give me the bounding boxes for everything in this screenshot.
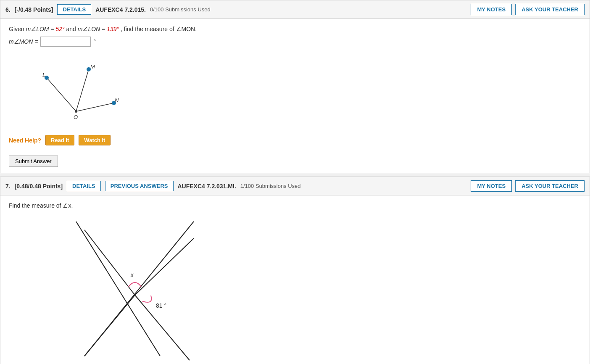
problem-7-text: Find the measure of ∠x. [9, 202, 73, 209]
question-7-number: 7. [5, 183, 11, 190]
angle-diagram-7: x 81 ° [51, 213, 219, 364]
problem-text-before: Given [9, 26, 26, 32]
question-6-submit-row: Submit Answer [0, 152, 590, 173]
svg-line-15 [135, 238, 194, 295]
question-6-submissions: 0/100 Submissions Used [150, 6, 467, 13]
question-7-header: 7. [0.48/0.48 Points] DETAILS PREVIOUS A… [0, 177, 590, 195]
question-6-submit-button[interactable]: Submit Answer [9, 156, 58, 167]
question-7-prev-answers-button[interactable]: PREVIOUS ANSWERS [105, 181, 174, 191]
svg-line-11 [76, 222, 160, 356]
question-7-details-button[interactable]: DETAILS [67, 181, 101, 191]
question-6-need-help-label: Need Help? [9, 137, 41, 144]
question-6-need-help: Need Help? Read It Watch It [9, 135, 581, 145]
question-6-diagram: L M N O [34, 53, 581, 128]
and-text: and [66, 26, 78, 32]
question-6-body: Given m∠LOM = 52° and m∠LON = 139° , fin… [0, 19, 590, 152]
question-6-answer-row: m∠MON = ° [9, 37, 581, 47]
question-7-code: AUFEXC4 7.2.031.MI. [178, 183, 236, 190]
question-7-problem: Find the measure of ∠x. [9, 202, 581, 209]
svg-text:M: M [90, 63, 95, 70]
svg-line-2 [76, 103, 114, 111]
question-7-body: Find the measure of ∠x. [0, 195, 590, 364]
question-6-header-right: MY NOTES ASK YOUR TEACHER [471, 4, 585, 15]
m-lom-label: m∠LOM = [26, 26, 55, 32]
angle-x-label: x [130, 272, 134, 278]
svg-text:O: O [74, 114, 78, 120]
question-6-header: 6. [-/0.48 Points] DETAILS AUFEXC4 7.2.0… [0, 0, 590, 19]
question-6-ask-teacher-button[interactable]: ASK YOUR TEACHER [515, 4, 585, 15]
svg-line-13 [84, 230, 135, 295]
m-lon-label: m∠LON = [78, 26, 107, 32]
question-6-answer-label: m∠MON = [9, 38, 38, 45]
question-6-answer-input[interactable] [40, 37, 91, 47]
question-6-number: 6. [5, 6, 11, 13]
question-6-details-button[interactable]: DETAILS [57, 4, 91, 15]
svg-line-1 [76, 69, 89, 111]
question-7-header-right: MY NOTES ASK YOUR TEACHER [471, 180, 585, 192]
question-6-code: AUFEXC4 7.2.015. [95, 6, 146, 13]
question-7-score: [0.48/0.48 Points] [15, 183, 63, 190]
svg-line-16 [84, 295, 135, 356]
svg-line-0 [47, 78, 76, 111]
svg-point-6 [75, 110, 77, 113]
question-7-ask-teacher-button[interactable]: ASK YOUR TEACHER [515, 180, 585, 192]
question-6-watch-it-button[interactable]: Watch It [79, 135, 111, 145]
angle-diagram-6: L M N O [34, 53, 118, 128]
question-7-my-notes-button[interactable]: MY NOTES [471, 180, 512, 192]
question-6-degree: ° [93, 38, 96, 45]
angle-81-label: 81 ° [156, 302, 166, 309]
question-7-diagram: x 81 ° [51, 213, 581, 364]
svg-text:N: N [115, 97, 119, 103]
question-6-problem: Given m∠LOM = 52° and m∠LON = 139° , fin… [9, 26, 581, 32]
question-6-my-notes-button[interactable]: MY NOTES [471, 4, 512, 15]
question-6-read-it-button[interactable]: Read It [45, 135, 74, 145]
problem-text-after: , find the measure of ∠MON. [121, 26, 197, 32]
svg-text:L: L [42, 72, 45, 78]
lon-value: 139° [107, 26, 119, 32]
question-7: 7. [0.48/0.48 Points] DETAILS PREVIOUS A… [0, 177, 590, 364]
lom-value: 52° [55, 26, 64, 32]
question-7-submissions: 1/100 Submissions Used [240, 183, 467, 189]
question-6-score: [-/0.48 Points] [15, 6, 53, 13]
question-6: 6. [-/0.48 Points] DETAILS AUFEXC4 7.2.0… [0, 0, 590, 173]
